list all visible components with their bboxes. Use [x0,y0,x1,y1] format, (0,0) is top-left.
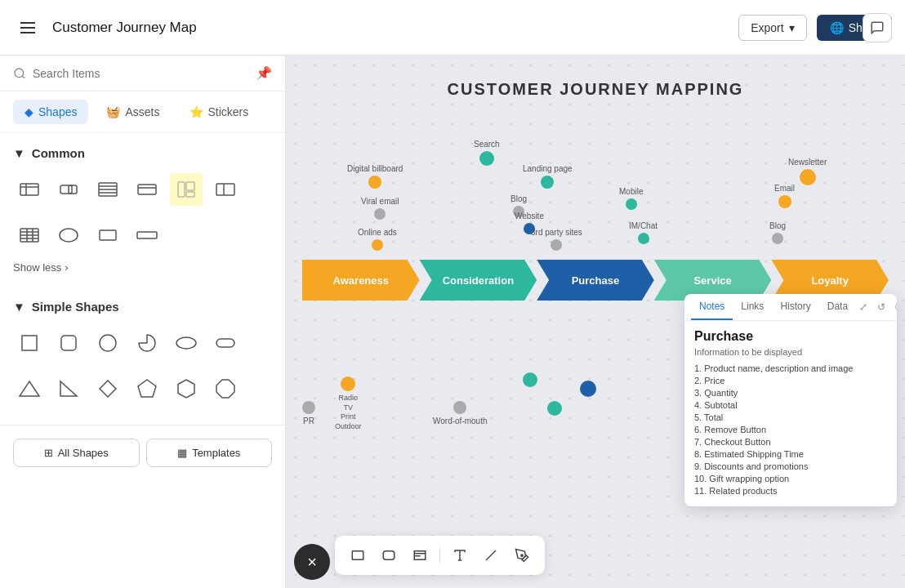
all-shapes-button[interactable]: ⊞ All Shapes [13,439,140,467]
menu-button[interactable] [13,13,42,42]
search-icon [13,67,26,80]
svg-rect-25 [137,232,157,238]
shape-full-table[interactable] [13,219,46,252]
section-common-header[interactable]: ▼ Common [13,140,272,167]
svg-point-31 [176,337,196,349]
pin-icon[interactable]: 📌 [256,65,272,81]
tp-imchat[interactable]: IM/Chat [629,221,658,244]
stage-awareness: Awareness [302,260,420,301]
export-button[interactable]: Export ▾ [738,15,806,41]
svg-rect-13 [186,182,194,190]
shape-partial-circle[interactable] [131,327,163,359]
undo-icon[interactable]: ↺ [874,298,889,316]
templates-button[interactable]: ▦ Templates [146,439,273,467]
tp-viral-email[interactable]: Viral email [361,197,399,220]
lower-word-of-mouth[interactable]: Word-of-mouth [433,401,488,425]
note-list-item: 11. Related products [694,484,887,497]
shape-rect-outline[interactable] [91,219,124,252]
close-fab-button[interactable]: × [294,544,330,580]
note-list-item: 2. Price [694,374,887,386]
comment-button[interactable] [863,13,892,42]
section-simple-shapes-header[interactable]: ▼ Simple Shapes [13,293,272,320]
svg-marker-38 [216,380,234,398]
note-tab-notes[interactable]: Notes [691,294,733,320]
tab-stickers[interactable]: ⭐ Stickers [178,100,261,124]
expand-icon[interactable]: ⤢ [856,298,871,316]
tool-text[interactable] [447,542,473,568]
tool-pen[interactable] [509,542,535,568]
svg-line-41 [486,550,496,560]
lower-dot2[interactable] [580,381,596,397]
note-list-item: 8. Estimated Shipping Time [694,448,887,460]
section-common: ▼ Common [0,133,285,287]
shape-triangle[interactable] [13,372,46,405]
shape-hexagon[interactable] [170,372,203,405]
svg-point-28 [100,335,116,351]
shape-wide-rounded[interactable] [209,327,242,359]
shape-square-solid[interactable] [13,327,46,359]
shape-ellipse[interactable] [52,219,85,252]
shape-wide-rect[interactable] [131,219,163,252]
lower-radio[interactable]: RadioTVPrintOutdoor [335,376,362,432]
tp-email[interactable]: Email [774,184,795,208]
svg-rect-1 [20,184,38,195]
shape-kanban[interactable] [170,173,203,206]
note-list-item: 1. Product name, description and image [694,362,887,374]
shape-right-triangle[interactable] [52,372,85,405]
note-tab-history[interactable]: History [772,294,818,320]
tp-landing-page[interactable]: Landing page [523,164,573,189]
shape-diamond[interactable] [91,372,124,405]
tp-newsletter[interactable]: Newsletter [788,158,827,185]
shape-table[interactable] [13,173,46,206]
lower-dot1[interactable] [523,372,537,387]
tp-online-ads[interactable]: Online ads [358,228,397,251]
page-title: Customer Journey Map [52,20,729,36]
svg-rect-12 [178,182,185,197]
shape-list[interactable] [91,173,124,206]
note-list-item: 7. Checkout Button [694,435,887,448]
tool-rectangle[interactable] [345,542,371,568]
tp-3rd-party[interactable]: 3rd party sites [531,228,582,251]
common-shape-grid-2 [13,212,272,258]
tool-note[interactable] [407,542,433,568]
tab-shapes[interactable]: ◆ Shapes [13,100,88,124]
tool-rounded-rect[interactable] [376,542,402,568]
tp-mobile[interactable]: Mobile [619,187,643,210]
svg-point-0 [15,69,24,78]
shape-pentagon[interactable] [131,372,163,405]
toolbar-divider [439,547,440,564]
note-tab-data[interactable]: Data [819,294,856,320]
tp-blog-right[interactable]: Blog [769,221,786,244]
stage-consideration: Consideration [420,260,537,301]
shape-process[interactable] [52,173,85,206]
note-tab-bar: Notes Links History Data ⤢ ↺ ⓘ ✎ ✕ [684,294,897,321]
svg-rect-14 [186,192,194,197]
note-list-item: 3. Quantity [694,386,887,399]
show-less-button[interactable]: Show less › [13,258,272,280]
svg-marker-35 [100,381,116,397]
svg-marker-33 [20,381,39,396]
shape-octagon[interactable] [209,372,242,405]
tp-digital-billboard[interactable]: Digital billboard [347,164,403,189]
stage-purchase: Purchase [537,260,654,301]
shape-oval[interactable] [170,327,203,359]
info-icon[interactable]: ⓘ [892,297,897,318]
note-tab-links[interactable]: Links [733,294,772,320]
lower-dot3[interactable] [547,401,562,416]
shape-swimlane[interactable] [209,173,242,206]
note-list-item: 6. Remove Button [694,423,887,435]
shape-card[interactable] [131,173,163,206]
tp-search[interactable]: Search [474,140,500,166]
shape-circle[interactable] [91,327,124,359]
search-input[interactable] [33,67,249,80]
tool-line[interactable] [478,542,504,568]
bottom-action-buttons: ⊞ All Shapes ▦ Templates [0,425,285,480]
section-simple-shapes: ▼ Simple Shapes [0,287,285,418]
shape-square-rounded[interactable] [52,327,85,359]
simple-shape-grid-1 [13,320,272,366]
svg-rect-40 [383,551,395,560]
svg-point-23 [60,229,78,242]
lower-pr[interactable]: PR [302,401,315,425]
note-subtitle: Information to be displayed [684,347,897,362]
tab-assets[interactable]: 🧺 Assets [95,100,171,124]
